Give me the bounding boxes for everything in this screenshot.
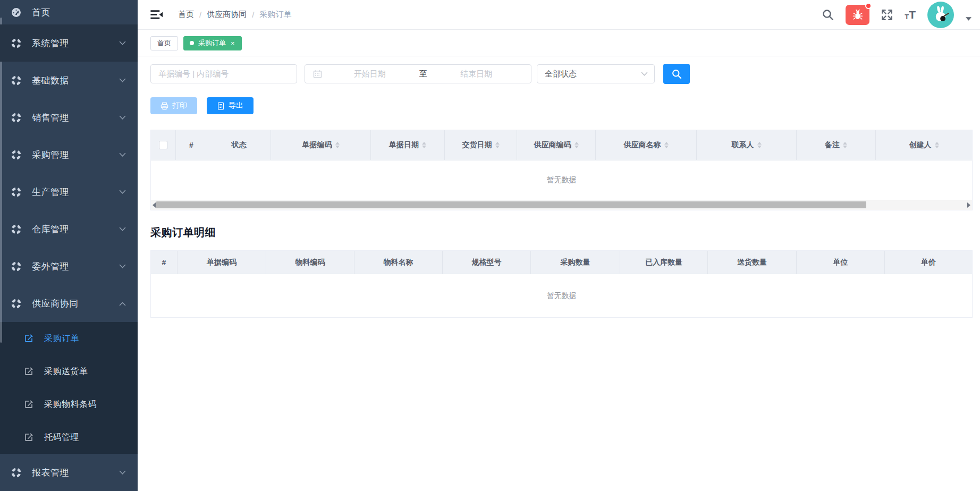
- breadcrumb-current: 采购订单: [259, 10, 291, 20]
- status-select[interactable]: 全部状态: [537, 64, 655, 83]
- column-header-unit: 单位: [797, 251, 885, 274]
- sidebar: 首页 系统管理 基础数据 销售管理 采购管理 生产管理 仓库管理 委外管理: [0, 0, 138, 491]
- scroll-right-arrow[interactable]: [967, 202, 970, 208]
- select-all-checkbox[interactable]: [159, 141, 167, 149]
- user-menu-caret-icon[interactable]: [966, 17, 971, 21]
- sort-icon[interactable]: [335, 142, 340, 148]
- chevron-down-icon: [119, 470, 126, 475]
- date-end-placeholder: 结束日期: [429, 69, 524, 79]
- breadcrumb-supplier-collab[interactable]: 供应商协同: [207, 10, 247, 20]
- module-icon: [11, 38, 21, 48]
- column-header-creator[interactable]: 创建人: [876, 130, 972, 160]
- empty-text: 暂无数据: [547, 175, 577, 185]
- dashboard-icon: [11, 7, 21, 18]
- topbar: 首页 / 供应商协同 / 采购订单 TT: [138, 0, 980, 30]
- column-header-status: 状态: [207, 130, 271, 160]
- date-range-picker[interactable]: 开始日期 至 结束日期: [305, 64, 531, 83]
- search-button[interactable]: [663, 64, 690, 84]
- date-range-separator: 至: [417, 69, 429, 79]
- column-label: 创建人: [909, 140, 932, 150]
- column-header-purchase-qty: 采购数量: [531, 251, 620, 274]
- scrollbar-thumb[interactable]: [156, 201, 866, 208]
- tab-purchase-order[interactable]: 采购订单 ×: [183, 36, 242, 50]
- sort-icon[interactable]: [495, 142, 500, 148]
- column-header-doc-date[interactable]: 单据日期: [371, 130, 445, 160]
- sidebar-item-label: 生产管理: [32, 186, 69, 198]
- keyword-input[interactable]: 单据编号 | 内部编号: [150, 64, 297, 83]
- printer-icon: [160, 102, 168, 110]
- column-header-doc-code[interactable]: 单据编码: [271, 130, 371, 160]
- sort-icon[interactable]: [935, 142, 939, 148]
- column-header-doc-code: 单据编码: [178, 251, 266, 274]
- column-header-contact[interactable]: 联系人: [697, 130, 797, 160]
- column-label: 单据编码: [302, 140, 332, 150]
- avatar[interactable]: [927, 2, 954, 28]
- sidebar-item-supplier-collab[interactable]: 供应商协同: [0, 285, 138, 322]
- bug-report-button[interactable]: [846, 5, 869, 25]
- filter-row: 单据编号 | 内部编号 开始日期 至 结束日期 全部状态: [150, 64, 973, 84]
- chevron-down-icon: [119, 115, 126, 120]
- breadcrumb-separator: /: [199, 10, 201, 19]
- sidebar-item-warehouse[interactable]: 仓库管理: [0, 210, 138, 248]
- sort-icon[interactable]: [843, 142, 847, 148]
- tags-view-bar: 首页 采购订单 ×: [138, 30, 980, 56]
- sidebar-item-label: 销售管理: [32, 112, 69, 124]
- tab-home[interactable]: 首页: [150, 36, 178, 50]
- module-icon: [11, 468, 21, 478]
- horizontal-scrollbar: [151, 200, 972, 210]
- export-button[interactable]: 导出: [207, 97, 254, 114]
- sidebar-item-reports[interactable]: 报表管理: [0, 454, 138, 491]
- sidebar-item-purchase[interactable]: 采购管理: [0, 136, 138, 173]
- sidebar-item-label: 系统管理: [32, 37, 69, 49]
- column-header-delivery-qty: 送货数量: [708, 251, 797, 274]
- orders-table-empty: 暂无数据: [151, 160, 972, 200]
- sidebar-item-sales[interactable]: 销售管理: [0, 99, 138, 136]
- sidebar-item-production[interactable]: 生产管理: [0, 173, 138, 210]
- search-icon[interactable]: [822, 9, 834, 21]
- column-header-supplier-code[interactable]: 供应商编码: [517, 130, 596, 160]
- sort-icon[interactable]: [664, 142, 669, 148]
- breadcrumb-home[interactable]: 首页: [178, 10, 194, 20]
- fullscreen-icon[interactable]: [881, 9, 893, 21]
- sidebar-item-purchase-order[interactable]: 采购订单: [0, 322, 138, 355]
- sidebar-item-outsourcing[interactable]: 委外管理: [0, 248, 138, 285]
- column-header-supplier-name[interactable]: 供应商名称: [596, 130, 697, 160]
- sidebar-item-label: 报表管理: [32, 467, 69, 479]
- sidebar-item-label: 委外管理: [32, 260, 69, 273]
- select-all-cell: [151, 130, 176, 160]
- detail-table: # 单据编码 物料编码 物料名称 规格型号 采购数量 已入库数量 送货数量 单位…: [150, 250, 973, 318]
- sort-icon[interactable]: [575, 142, 579, 148]
- column-label: 采购数量: [561, 258, 590, 267]
- column-header-remark[interactable]: 备注: [797, 130, 876, 160]
- column-label: 联系人: [732, 140, 754, 150]
- column-header-delivery-date[interactable]: 交货日期: [445, 130, 517, 160]
- sidebar-item-home[interactable]: 首页: [0, 0, 138, 24]
- sidebar-item-label: 基础数据: [32, 74, 69, 87]
- sidebar-item-system[interactable]: 系统管理: [0, 24, 138, 62]
- sidebar-item-purchase-material-barcode[interactable]: 采购物料条码: [0, 388, 138, 421]
- print-button[interactable]: 打印: [150, 97, 197, 114]
- column-label: 单价: [921, 258, 936, 267]
- column-header-material-code: 物料编码: [266, 251, 354, 274]
- sidebar-item-pallet-code[interactable]: 托码管理: [0, 421, 138, 454]
- close-icon[interactable]: ×: [231, 40, 235, 47]
- edit-icon: [24, 400, 33, 409]
- sidebar-item-basic-data[interactable]: 基础数据: [0, 62, 138, 99]
- sort-icon[interactable]: [757, 142, 762, 148]
- module-icon: [11, 261, 21, 272]
- export-button-label: 导出: [229, 101, 243, 111]
- bug-icon: [852, 9, 864, 21]
- sort-icon[interactable]: [422, 142, 426, 148]
- orders-table-header: # 状态 单据编码 单据日期 交货日期 供应商编码 供应商名称: [151, 130, 972, 160]
- export-doc-icon: [217, 102, 225, 110]
- scroll-left-arrow[interactable]: [153, 202, 156, 208]
- sidebar-item-label: 托码管理: [44, 432, 79, 443]
- column-label: 供应商编码: [534, 140, 571, 150]
- sidebar-collapse-icon[interactable]: [150, 10, 163, 20]
- sidebar-item-label: 仓库管理: [32, 223, 69, 235]
- chevron-up-icon: [119, 301, 126, 306]
- font-size-icon[interactable]: TT: [905, 9, 916, 20]
- tab-label: 采购订单: [198, 38, 226, 48]
- sidebar-item-purchase-delivery[interactable]: 采购送货单: [0, 355, 138, 388]
- column-label: 单位: [833, 258, 848, 267]
